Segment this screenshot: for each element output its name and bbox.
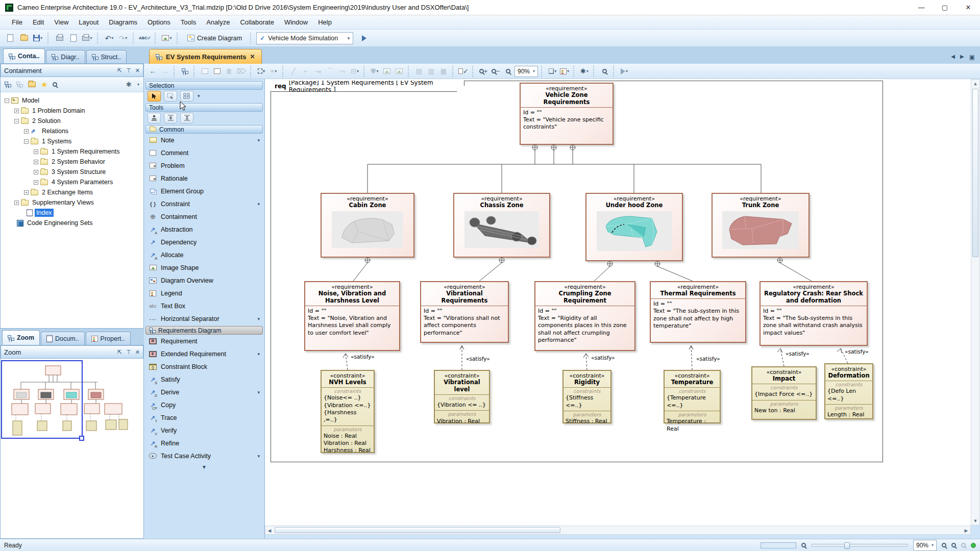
save-as-image-button[interactable]: ▾	[161, 32, 173, 44]
requirement-trunk-zone[interactable]: «requirement» Trunk Zone	[712, 193, 810, 258]
search-in-diagram-icon[interactable]	[599, 66, 610, 77]
palette-item-abstraction[interactable]: ↗ Abstraction	[145, 223, 263, 236]
palette-item-requirement[interactable]: R Requirement	[145, 335, 263, 347]
rounded-path-icon[interactable]: ⌒	[325, 66, 336, 77]
path-style-icon[interactable]: ⤳	[337, 66, 348, 77]
expand-toggle[interactable]: +	[34, 149, 38, 154]
constraint-vibrational-level[interactable]: «constraint» Vibrational level constrain…	[434, 370, 490, 423]
undo-icon[interactable]: ↶▾	[103, 32, 115, 44]
tab-ev-system-requirements[interactable]: EV System Requirements ✕	[149, 49, 262, 64]
scroll-right-icon[interactable]: ▶	[962, 527, 970, 535]
palette-tools-header[interactable]: Tools	[145, 103, 263, 112]
menu-layout[interactable]: Layout	[74, 16, 103, 28]
print-options-button[interactable]: ▾	[81, 32, 93, 44]
palette-item-derive[interactable]: ↗ Derive ▾	[145, 386, 263, 398]
maximize-diagram-icon[interactable]: ▣	[969, 54, 975, 61]
diagram-canvas[interactable]: req [Package] 1 System Requirements [ EV…	[265, 79, 971, 525]
status-zoom-combo[interactable]: 90% ▾	[913, 540, 937, 551]
expand-toggle[interactable]: +	[34, 160, 38, 164]
menu-collaborate[interactable]: Collaborate	[235, 16, 279, 28]
zoom-search-icon[interactable]	[801, 543, 806, 547]
validation-results-icon[interactable]: ✓	[458, 66, 469, 77]
constraint-temperature[interactable]: «constraint» Temperature constraints {Te…	[664, 370, 721, 423]
tab-zoom[interactable]: Zoom	[2, 330, 40, 345]
constraint-rigidity[interactable]: «constraint» Rigidity constraints {Stiff…	[562, 370, 611, 423]
palette-item-element-group[interactable]: Element Group	[145, 185, 263, 197]
tree-item-systems[interactable]: − 1 Systems	[4, 136, 143, 146]
paste-icon[interactable]	[211, 66, 223, 77]
palette-selection-header[interactable]: Selection	[145, 81, 263, 90]
collapse-toggle[interactable]: −	[5, 98, 9, 103]
favorites-star-icon[interactable]: ★	[41, 80, 47, 89]
requirement-vibrational-requirements[interactable]: «requirement» Vibrational Requirements I…	[420, 281, 509, 343]
expand-toggle[interactable]: +	[24, 190, 29, 195]
delete-icon[interactable]: 🗑︎	[224, 66, 235, 77]
palette-item-containment[interactable]: ⊕ Containment	[145, 210, 263, 223]
open-project-button[interactable]	[18, 32, 30, 44]
expand-toggle[interactable]: +	[34, 170, 38, 174]
palette-requirements-header[interactable]: Requirements Diagram	[145, 326, 263, 335]
quick-layout-icon[interactable]: ⌖▾	[268, 66, 279, 77]
zoom-fit-icon[interactable]	[961, 543, 966, 547]
memory-usage-bar[interactable]	[761, 542, 796, 548]
diagram-windows-icon[interactable]: ❏▾	[547, 66, 558, 77]
close-panel-icon[interactable]: ✕	[135, 67, 140, 74]
swimlane-icon[interactable]: ⊟▾	[349, 66, 360, 77]
vertical-scroll-thumb[interactable]	[972, 89, 978, 257]
menu-window[interactable]: Window	[280, 16, 312, 28]
tree-item-system-behavior[interactable]: + 2 System Behavior	[4, 157, 143, 167]
expand-all-icon[interactable]	[16, 82, 23, 87]
palette-common-header[interactable]: Common	[145, 125, 263, 134]
horizontal-scrollbar[interactable]: ◀ ▶	[265, 525, 971, 535]
tree-item-problem-domain[interactable]: + 1 Problem Domain	[4, 106, 143, 116]
collapse-vertical-button[interactable]	[180, 113, 193, 123]
requirement-under-hood-zone[interactable]: «requirement» Under hood Zone	[585, 193, 683, 261]
tab-documentation[interactable]: Docum..	[41, 332, 85, 345]
run-simulation-button[interactable]	[358, 32, 370, 44]
chevron-down-icon[interactable]: ▾	[257, 390, 260, 395]
palette-item-trace[interactable]: ↗ Trace	[145, 411, 263, 424]
palette-item-diagram-overview[interactable]: Diagram Overview	[145, 274, 263, 287]
stereotype-display-icon[interactable]: ▦	[438, 66, 449, 77]
requirement-cabin-zone[interactable]: «requirement» Cabin Zone	[321, 193, 414, 258]
zoom-out-icon[interactable]	[942, 543, 946, 547]
palette-item-refine[interactable]: ↗ Refine	[145, 437, 263, 449]
close-button[interactable]: ✕	[957, 0, 980, 15]
requirement-chassis-zone[interactable]: «requirement» Chassis Zone	[453, 193, 550, 258]
float-panel-icon[interactable]: ⇱	[117, 67, 122, 74]
palette-item-text-box[interactable]: abc Text Box	[145, 299, 263, 312]
maximize-button[interactable]: ▢	[933, 0, 957, 15]
tree-settings-gear-icon[interactable]: ✱	[126, 81, 132, 88]
scroll-up-icon[interactable]: ▲	[971, 80, 979, 88]
float-panel-icon[interactable]: ⇱	[117, 349, 122, 356]
chevron-down-icon[interactable]: ▾	[198, 93, 200, 98]
tree-item-index[interactable]: Index	[4, 208, 143, 218]
pin-icon[interactable]: ⊤	[126, 67, 131, 74]
horizontal-scroll-thumb[interactable]	[275, 527, 560, 533]
tree-item-system-structure[interactable]: + 3 System Structure	[4, 167, 143, 177]
stamp-tool-button[interactable]	[148, 113, 161, 123]
show-in-tree-icon[interactable]	[179, 66, 190, 77]
zoom-slider-thumb[interactable]	[844, 542, 850, 549]
print-preview-button[interactable]	[67, 32, 80, 44]
palette-item-copy[interactable]: ↗ Copy	[145, 398, 263, 411]
chevron-down-icon[interactable]: ▾	[257, 454, 260, 459]
fill-color-bucket-icon[interactable]: ⛊▾	[369, 66, 380, 77]
palette-item-problem[interactable]: P Problem	[145, 159, 263, 172]
menu-diagrams[interactable]: Diagrams	[104, 16, 142, 28]
palette-item-test-case-activity[interactable]: ▸ Test Case Activity ▾	[145, 449, 263, 462]
palette-item-image-shape[interactable]: Image Shape	[145, 261, 263, 274]
new-project-button[interactable]	[4, 32, 16, 44]
chevron-down-icon[interactable]: ▾	[257, 352, 260, 357]
bezier-path-icon[interactable]: ↝	[312, 66, 324, 77]
tree-item-relations[interactable]: + ⇗ Relations	[4, 126, 143, 136]
delete-from-model-icon[interactable]: ⌦	[236, 66, 247, 77]
collapse-toggle[interactable]: −	[24, 139, 29, 144]
constraint-impact[interactable]: «constraint» Impact constraints {Impact …	[751, 366, 817, 420]
redo-icon[interactable]: ↷▾	[117, 32, 129, 44]
palette-item-satisfy[interactable]: ↗ Satisfy	[145, 373, 263, 386]
create-diagram-button[interactable]: Create Diagram	[183, 33, 247, 44]
tree-item-code-engineering-sets[interactable]: Code Engineering Sets	[4, 218, 143, 228]
palette-item-extended-requirement[interactable]: E Extended Requirement ▾	[145, 347, 263, 360]
palette-item-constraint-block[interactable]: {} Constraint Block	[145, 360, 263, 373]
